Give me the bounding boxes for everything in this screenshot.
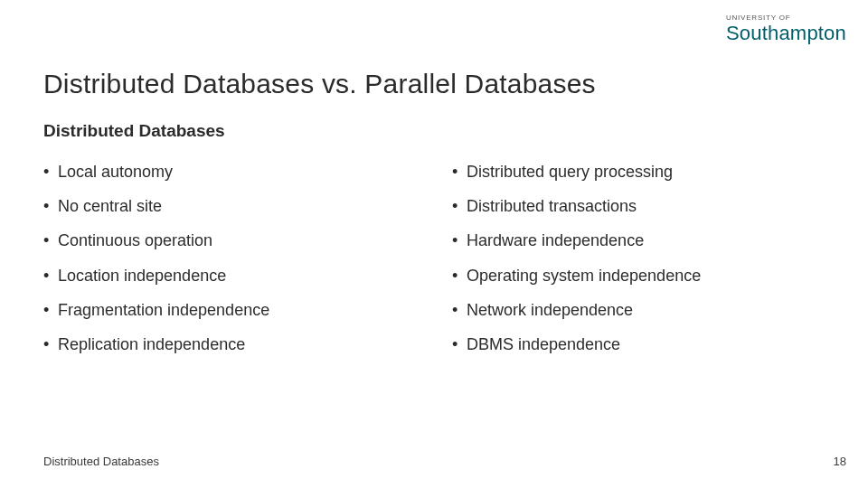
slide-title: Distributed Databases vs. Parallel Datab…	[43, 69, 596, 99]
list-item: Replication independence	[43, 333, 416, 356]
list-item: Network independence	[452, 299, 825, 322]
university-logo: UNIVERSITY OF Southampton	[726, 14, 846, 43]
list-item: Distributed transactions	[452, 195, 825, 218]
logo-line1: UNIVERSITY OF	[726, 14, 846, 22]
list-item: Local autonomy	[43, 161, 416, 183]
left-column: Local autonomy No central site Continuou…	[43, 161, 416, 368]
list-item: Location independence	[43, 265, 416, 287]
list-item: Operating system independence	[452, 265, 825, 287]
right-bullet-list: Distributed query processing Distributed…	[452, 161, 825, 356]
list-item: Distributed query processing	[452, 161, 825, 183]
logo-line2-text: Southampton	[726, 22, 846, 44]
list-item: Fragmentation independence	[43, 299, 416, 322]
list-item: DBMS independence	[452, 333, 825, 356]
logo-line2: Southampton	[726, 23, 846, 43]
right-column: Distributed query processing Distributed…	[452, 161, 825, 368]
content-columns: Local autonomy No central site Continuou…	[43, 161, 825, 368]
footer-title: Distributed Databases	[43, 455, 159, 468]
slide: UNIVERSITY OF Southampton Distributed Da…	[0, 0, 868, 488]
slide-subtitle: Distributed Databases	[43, 121, 225, 141]
page-number: 18	[834, 455, 846, 468]
list-item: Hardware independence	[452, 230, 825, 252]
left-bullet-list: Local autonomy No central site Continuou…	[43, 161, 416, 356]
list-item: Continuous operation	[43, 230, 416, 252]
list-item: No central site	[43, 195, 416, 218]
